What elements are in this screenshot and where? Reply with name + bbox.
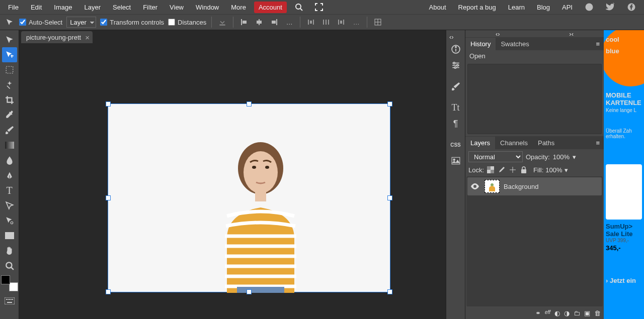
menu-filter[interactable]: Filter [137, 1, 164, 14]
transform-controls-checkbox[interactable]: Transform controls [100, 19, 164, 26]
search-icon[interactable] [289, 1, 309, 14]
layer-row[interactable]: Background [467, 177, 602, 195]
background-color[interactable] [9, 282, 18, 291]
menu-report-bug[interactable]: Report a bug [452, 1, 502, 14]
lock-position-icon[interactable] [508, 165, 517, 174]
transform-handle[interactable] [387, 101, 392, 107]
menu-edit[interactable]: Edit [25, 1, 48, 14]
twitter-icon[interactable] [600, 0, 621, 14]
menu-more[interactable]: More [225, 1, 252, 14]
hand-tool[interactable] [2, 243, 17, 258]
effects-icon[interactable]: eff [545, 309, 550, 317]
lock-all-icon[interactable] [519, 165, 528, 174]
menu-about[interactable]: About [423, 1, 452, 14]
close-tab-icon[interactable]: × [85, 33, 90, 42]
info-panel-icon[interactable] [449, 42, 463, 56]
opacity-value[interactable]: 100% [553, 153, 570, 161]
eyedropper-tool[interactable] [2, 108, 17, 123]
download-icon[interactable] [217, 17, 228, 28]
ad-cta[interactable]: › Jetzt ein [606, 277, 642, 284]
text-tool[interactable]: T [2, 183, 17, 198]
collapse-icon[interactable]: ‹› [449, 33, 454, 40]
tab-paths[interactable]: Paths [533, 137, 559, 149]
tab-layers[interactable]: Layers [465, 137, 495, 149]
image-canvas[interactable] [108, 103, 390, 292]
layer-thumbnail[interactable] [485, 180, 500, 193]
distribute-left-icon[interactable] [305, 17, 316, 28]
path-select-tool[interactable] [2, 198, 17, 213]
blend-mode-select[interactable]: Normal [468, 151, 523, 162]
artboard-tool[interactable] [2, 47, 17, 62]
tab-history[interactable]: History [465, 38, 496, 50]
transform-handle[interactable] [247, 289, 252, 294]
foreground-color[interactable] [1, 275, 10, 284]
align-center-h-icon[interactable] [254, 17, 265, 28]
gradient-tool[interactable] [2, 138, 17, 153]
pen-tool[interactable] [2, 168, 17, 183]
facebook-icon[interactable] [621, 0, 642, 14]
auto-select-input[interactable] [19, 19, 26, 26]
transform-handle[interactable] [247, 101, 252, 107]
grid-icon[interactable] [372, 17, 383, 28]
distribute-right-icon[interactable] [336, 17, 347, 28]
menu-view[interactable]: View [164, 1, 190, 14]
dropdown-icon[interactable]: ▾ [573, 153, 576, 161]
tab-swatches[interactable]: Swatches [496, 38, 534, 50]
reddit-icon[interactable] [579, 0, 600, 14]
menu-api[interactable]: API [556, 1, 579, 14]
distribute-more-icon[interactable]: … [351, 17, 362, 28]
menu-image[interactable]: Image [48, 1, 78, 14]
css-panel-icon[interactable]: CSS [449, 138, 463, 152]
transform-handle[interactable] [106, 195, 111, 200]
adjustment-icon[interactable]: ◑ [564, 309, 570, 317]
brush-tool[interactable] [2, 123, 17, 138]
menu-layer[interactable]: Layer [78, 1, 107, 14]
tab-channels[interactable]: Channels [495, 137, 533, 149]
collapse-left-icon[interactable]: ‹› [496, 30, 500, 37]
layer-name[interactable]: Background [504, 183, 538, 190]
transform-handle[interactable] [387, 195, 392, 200]
picture-panel-icon[interactable] [449, 154, 463, 168]
menu-learn[interactable]: Learn [502, 1, 531, 14]
brush-panel-icon[interactable] [449, 79, 463, 93]
link-layers-icon[interactable]: ⚭ [535, 309, 541, 317]
move-tool[interactable] [2, 32, 17, 47]
panel-menu-icon[interactable]: ≡ [592, 136, 604, 149]
history-entry[interactable]: Open [465, 50, 604, 62]
fill-value[interactable]: 100% [545, 166, 562, 174]
panel-menu-icon[interactable]: ≡ [592, 37, 604, 50]
color-swatches[interactable] [1, 275, 18, 291]
paragraph-panel-icon[interactable]: ¶ [449, 117, 463, 131]
character-panel-icon[interactable]: Tt [449, 100, 463, 115]
dropdown-icon[interactable]: ▾ [565, 166, 568, 174]
keyboard-icon[interactable] [2, 293, 17, 308]
lock-transparency-icon[interactable] [486, 165, 495, 174]
adjustments-panel-icon[interactable] [449, 58, 463, 72]
visibility-toggle-icon[interactable] [470, 183, 480, 189]
align-more-icon[interactable]: … [284, 17, 295, 28]
advertisement[interactable]: coolblue MOBILEKARTENLE Keine lange L Üb… [604, 30, 644, 319]
menu-window[interactable]: Window [190, 1, 225, 14]
align-right-icon[interactable] [269, 17, 280, 28]
menu-blog[interactable]: Blog [531, 1, 556, 14]
delete-layer-icon[interactable]: 🗑 [594, 309, 601, 317]
group-icon[interactable]: 🗀 [574, 309, 580, 317]
direct-select-tool[interactable] [2, 213, 17, 228]
transform-handle[interactable] [106, 101, 111, 107]
menu-file[interactable]: File [2, 1, 25, 14]
distances-checkbox[interactable]: Distances [168, 19, 206, 26]
transform-handle[interactable] [387, 289, 392, 294]
auto-select-checkbox[interactable]: Auto-Select [19, 19, 62, 26]
new-layer-icon[interactable]: ▣ [584, 309, 590, 317]
mask-icon[interactable]: ◐ [554, 309, 560, 317]
menu-account[interactable]: Account [254, 2, 287, 13]
distribute-center-icon[interactable] [320, 17, 332, 28]
wand-tool[interactable] [2, 77, 17, 92]
canvas[interactable] [19, 44, 446, 319]
select-tool[interactable] [2, 62, 17, 77]
auto-select-type[interactable]: Layer [66, 17, 96, 28]
document-tab[interactable]: picture-young-prett × [21, 31, 93, 43]
blur-tool[interactable] [2, 153, 17, 168]
crop-tool[interactable] [2, 92, 17, 108]
collapse-right-icon[interactable]: ›‹ [569, 30, 574, 37]
